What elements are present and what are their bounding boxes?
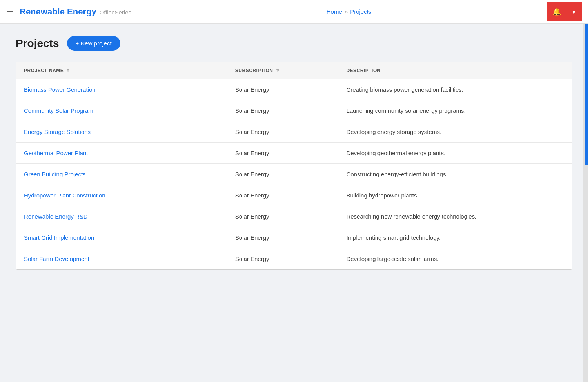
notification-bell-button[interactable]: 🔔 [547, 2, 566, 21]
breadcrumb: Home » Projects [151, 8, 547, 15]
col-header-subscription: SUBSCRIPTION ▿ [227, 62, 339, 79]
project-name-cell[interactable]: Renewable Energy R&D [16, 206, 227, 227]
page-title: Projects [16, 37, 59, 50]
description-cell: Creating biomass power generation facili… [338, 79, 572, 100]
app-subtitle: OfficeSeries [100, 9, 131, 16]
subscription-filter-icon[interactable]: ▿ [276, 67, 279, 73]
subscription-cell: Solar Energy [227, 79, 339, 100]
table-row: Geothermal Power PlantSolar EnergyDevelo… [16, 143, 572, 164]
table-row: Renewable Energy R&DSolar EnergyResearch… [16, 206, 572, 227]
subscription-cell: Solar Energy [227, 206, 339, 227]
description-cell: Implementing smart grid technology. [338, 227, 572, 248]
project-name-cell[interactable]: Green Building Projects [16, 164, 227, 185]
header-actions: 🔔 ▼ [547, 2, 582, 21]
app-header: ☰ Renewable Energy OfficeSeries Home » P… [0, 0, 588, 24]
table-row: Green Building ProjectsSolar EnergyConst… [16, 164, 572, 185]
project-name-cell[interactable]: Hydropower Plant Construction [16, 185, 227, 206]
brand: Renewable Energy OfficeSeries [20, 7, 141, 17]
subscription-cell: Solar Energy [227, 100, 339, 121]
projects-table: PROJECT NAME ▿ SUBSCRIPTION ▿ DESCRIPTIO… [16, 62, 572, 269]
table-row: Energy Storage SolutionsSolar EnergyDeve… [16, 121, 572, 143]
subscription-cell: Solar Energy [227, 248, 339, 270]
subscription-cell: Solar Energy [227, 121, 339, 143]
table-row: Biomass Power GenerationSolar EnergyCrea… [16, 79, 572, 100]
main-content: Projects + New project PROJECT NAME ▿ SU… [0, 24, 588, 282]
breadcrumb-separator: » [345, 8, 348, 15]
description-cell: Constructing energy-efficient buildings. [338, 164, 572, 185]
description-cell: Developing geothermal energy plants. [338, 143, 572, 164]
table-row: Solar Farm DevelopmentSolar EnergyDevelo… [16, 248, 572, 270]
table-header-row: PROJECT NAME ▿ SUBSCRIPTION ▿ DESCRIPTIO… [16, 62, 572, 79]
subscription-cell: Solar Energy [227, 143, 339, 164]
project-name-filter-icon[interactable]: ▿ [67, 67, 70, 73]
app-title: Renewable Energy [20, 7, 96, 17]
description-cell: Building hydropower plants. [338, 185, 572, 206]
project-name-cell[interactable]: Community Solar Program [16, 100, 227, 121]
breadcrumb-home[interactable]: Home [327, 8, 342, 15]
table-row: Smart Grid ImplementationSolar EnergyImp… [16, 227, 572, 248]
project-name-cell[interactable]: Smart Grid Implementation [16, 227, 227, 248]
projects-table-container: PROJECT NAME ▿ SUBSCRIPTION ▿ DESCRIPTIO… [16, 62, 572, 270]
project-name-cell[interactable]: Solar Farm Development [16, 248, 227, 270]
user-dropdown-button[interactable]: ▼ [566, 2, 582, 21]
table-body: Biomass Power GenerationSolar EnergyCrea… [16, 79, 572, 270]
description-cell: Launching community solar energy program… [338, 100, 572, 121]
new-project-button[interactable]: + New project [67, 36, 120, 51]
project-name-cell[interactable]: Geothermal Power Plant [16, 143, 227, 164]
col-header-description: DESCRIPTION [338, 62, 572, 79]
subscription-cell: Solar Energy [227, 164, 339, 185]
breadcrumb-current: Projects [350, 8, 371, 15]
table-row: Hydropower Plant ConstructionSolar Energ… [16, 185, 572, 206]
table-header: PROJECT NAME ▿ SUBSCRIPTION ▿ DESCRIPTIO… [16, 62, 572, 79]
subscription-cell: Solar Energy [227, 185, 339, 206]
page-header: Projects + New project [16, 36, 572, 51]
description-cell: Developing energy storage systems. [338, 121, 572, 143]
project-name-cell[interactable]: Biomass Power Generation [16, 79, 227, 100]
table-row: Community Solar ProgramSolar EnergyLaunc… [16, 100, 572, 121]
menu-icon[interactable]: ☰ [6, 7, 13, 16]
col-header-project-name: PROJECT NAME ▿ [16, 62, 227, 79]
subscription-cell: Solar Energy [227, 227, 339, 248]
description-cell: Researching new renewable energy technol… [338, 206, 572, 227]
project-name-cell[interactable]: Energy Storage Solutions [16, 121, 227, 143]
description-cell: Developing large-scale solar farms. [338, 248, 572, 270]
